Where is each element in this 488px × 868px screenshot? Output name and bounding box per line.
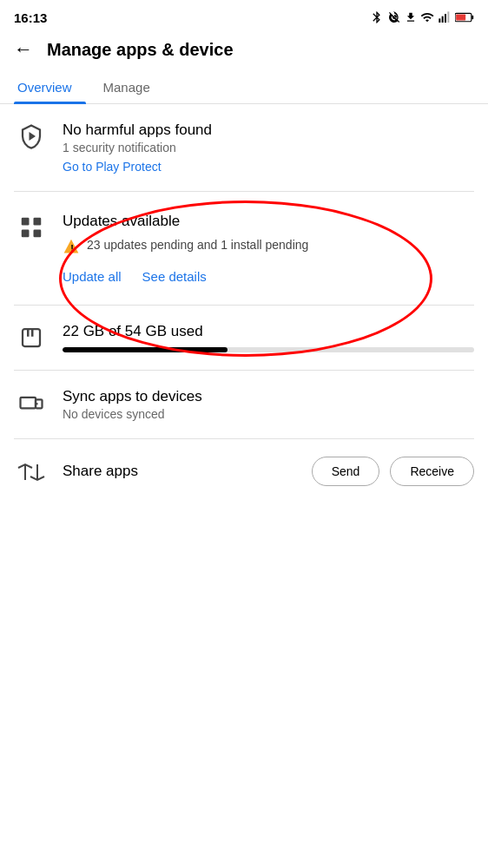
updates-section: Updates available ! 23 updates pending a… <box>0 195 488 301</box>
shield-icon <box>14 123 49 149</box>
storage-progress-bar <box>63 347 474 352</box>
sync-subtitle: No devices synced <box>63 407 474 421</box>
svg-rect-9 <box>34 218 42 226</box>
signal-icon <box>438 10 452 24</box>
svg-rect-5 <box>472 16 473 20</box>
share-content: Share apps <box>63 463 298 480</box>
content-area: No harmful apps found 1 security notific… <box>0 104 488 503</box>
svg-marker-7 <box>30 132 36 141</box>
svg-rect-10 <box>22 230 30 238</box>
status-bar: 16:13 <box>0 0 488 31</box>
share-title: Share apps <box>63 463 138 479</box>
send-button[interactable]: Send <box>312 457 380 486</box>
see-details-link[interactable]: See details <box>142 269 207 284</box>
share-icon <box>14 463 49 482</box>
sync-icon <box>14 390 49 416</box>
svg-rect-1 <box>442 16 444 23</box>
header: ← Manage apps & device <box>0 31 488 71</box>
bluetooth-icon <box>370 10 384 24</box>
share-section: Share apps Send Receive <box>0 439 488 503</box>
sync-section: Sync apps to devices No devices synced <box>0 371 488 438</box>
download-icon <box>405 10 417 24</box>
sync-title: Sync apps to devices <box>63 388 474 405</box>
storage-content: 22 GB of 54 GB used <box>63 323 474 352</box>
updates-description: 23 updates pending and 1 install pending <box>87 237 308 254</box>
svg-rect-15 <box>27 329 30 337</box>
play-protect-content: No harmful apps found 1 security notific… <box>63 122 474 174</box>
status-time: 16:13 <box>14 10 47 25</box>
storage-title: 22 GB of 54 GB used <box>63 323 474 340</box>
mute-icon <box>387 10 401 24</box>
status-icons <box>370 10 474 24</box>
back-button[interactable]: ← <box>14 38 33 61</box>
updates-title: Updates available <box>63 213 474 230</box>
storage-section: 22 GB of 54 GB used <box>0 306 488 370</box>
svg-rect-16 <box>31 329 34 337</box>
updates-icon <box>14 214 49 240</box>
svg-rect-8 <box>22 218 30 226</box>
receive-button[interactable]: Receive <box>390 457 474 486</box>
warning-icon: ! <box>63 238 80 259</box>
tab-manage[interactable]: Manage <box>100 71 164 103</box>
updates-actions: Update all See details <box>63 269 474 284</box>
go-to-play-protect-link[interactable]: Go to Play Protect <box>63 160 474 174</box>
update-all-link[interactable]: Update all <box>63 269 122 284</box>
svg-text:!: ! <box>70 243 74 253</box>
svg-rect-2 <box>445 14 446 23</box>
svg-rect-3 <box>447 11 449 23</box>
play-protect-title: No harmful apps found <box>63 122 474 139</box>
storage-icon <box>14 325 49 351</box>
battery-icon <box>455 11 474 23</box>
page-title: Manage apps & device <box>47 40 234 60</box>
svg-rect-6 <box>456 14 465 20</box>
divider-1 <box>14 191 474 192</box>
tab-overview[interactable]: Overview <box>14 71 86 103</box>
play-protect-section: No harmful apps found 1 security notific… <box>0 104 488 191</box>
play-protect-subtitle: 1 security notification <box>63 141 474 155</box>
wifi-icon <box>420 10 434 24</box>
updates-content: Updates available ! 23 updates pending a… <box>63 213 474 284</box>
sync-content: Sync apps to devices No devices synced <box>63 388 474 421</box>
svg-rect-17 <box>21 398 36 409</box>
svg-rect-0 <box>439 18 440 23</box>
updates-warning-row: ! 23 updates pending and 1 install pendi… <box>63 237 474 259</box>
share-buttons: Send Receive <box>312 457 474 486</box>
svg-rect-11 <box>34 230 42 238</box>
tabs-bar: Overview Manage <box>0 71 488 104</box>
storage-progress-fill <box>63 347 228 352</box>
